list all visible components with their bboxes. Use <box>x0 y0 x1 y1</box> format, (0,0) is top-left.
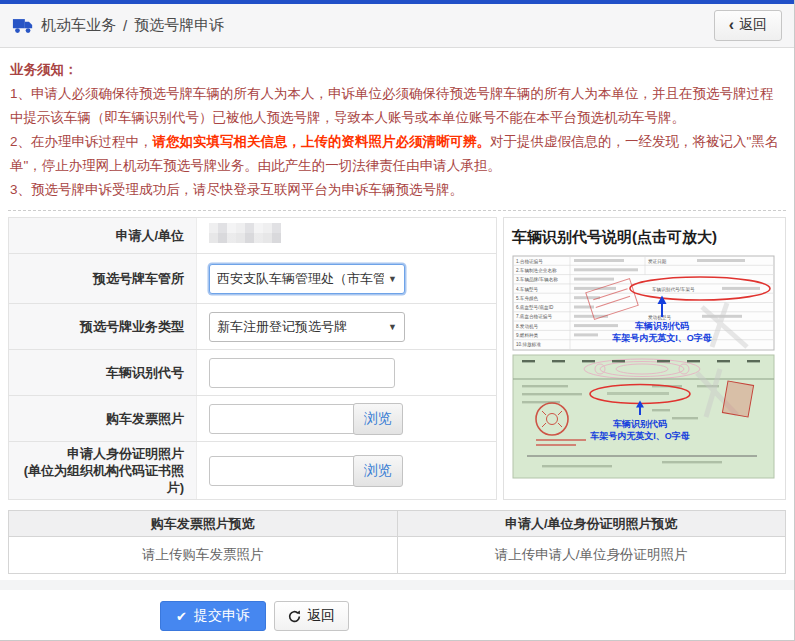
page: 机动车业务 / 预选号牌申诉 ‹ 返回 业务须知： 1、申请人必须确保待预选号牌… <box>0 0 795 641</box>
breadcrumb: 机动车业务 / 预选号牌申诉 <box>12 16 224 35</box>
cert-right-mid-label: 发动机型号 <box>648 314 671 321</box>
return-button-label: 返回 <box>307 607 335 625</box>
notice-line-2: 2、在办理申诉过程中，请您如实填写相关信息，上传的资料照片必须清晰可辨。对于提供… <box>10 130 784 178</box>
vin-value-cell <box>197 350 496 395</box>
submit-appeal-label: 提交申诉 <box>194 607 250 625</box>
vin-panel-title-text: 车辆识别代号说明 <box>512 228 632 245</box>
svg-text:6.底盘型号/底盘ID: 6.底盘型号/底盘ID <box>516 304 554 311</box>
checkmark-icon: ✔ <box>176 609 187 624</box>
page-header: 机动车业务 / 预选号牌申诉 ‹ 返回 <box>0 4 794 48</box>
biztype-value-cell: 新车注册登记预选号牌 ▼ <box>197 304 496 349</box>
svg-text:5.车身颜色: 5.车身颜色 <box>516 296 539 301</box>
vin-panel-title: 车辆识别代号说明(点击可放大) <box>512 228 777 247</box>
applicant-value-cell <box>197 218 496 253</box>
office-label: 预选号牌车管所 <box>9 254 197 303</box>
dropdown-arrow-icon: ▼ <box>388 274 397 284</box>
svg-text:8.发动机号: 8.发动机号 <box>516 323 539 329</box>
vin-annotation-line2: 车架号内无英文I、O字母 <box>611 332 712 343</box>
invoice-file-input[interactable] <box>209 404 355 434</box>
business-notice: 业务须知： 1、申请人必须确保待预选号牌车辆的所有人为本人，申诉单位必须确保待预… <box>8 48 786 211</box>
id-photo-label-main: 申请人身份证明照片 <box>67 445 184 462</box>
svg-text:4.车辆型号: 4.车辆型号 <box>516 286 539 293</box>
notice-line-1: 1、申请人必须确保待预选号牌车辆的所有人为本人，申诉单位必须确保待预选号牌车辆的… <box>10 82 784 130</box>
preview-header-id: 申请人/单位身份证明照片预览 <box>398 511 786 536</box>
back-button-top[interactable]: ‹ 返回 <box>714 10 782 41</box>
dropdown-arrow-icon: ▼ <box>388 322 397 332</box>
notice-line-3: 3、预选号牌申诉受理成功后，请尽快登录互联网平台为申诉车辆预选号牌。 <box>10 178 784 202</box>
invoice-browse-button[interactable]: 浏览 <box>353 403 403 435</box>
cert-right-top-label: 发证日期 <box>648 258 667 265</box>
back-arrow-icon: ‹ <box>729 19 734 31</box>
return-button[interactable]: 返回 <box>274 601 349 631</box>
vin-row: 车辆识别代号 <box>9 350 496 396</box>
vin-illustration[interactable]: 1.合格证编号2.车辆制造企业名称3.车辆品牌/车辆名称4.车辆型号5.车身颜色… <box>512 255 777 481</box>
vin-panel-title-hint: (点击可放大) <box>632 228 717 245</box>
preview-cell-invoice: 请上传购车发票照片 <box>9 537 398 573</box>
submit-appeal-button[interactable]: ✔ 提交申诉 <box>160 601 266 631</box>
notice-title: 业务须知： <box>10 58 784 82</box>
applicant-row: 申请人/单位 <box>9 218 496 254</box>
vin-annotation2-line1: 车辆识别代码 <box>612 418 667 429</box>
invoice-photo-row: 购车发票照片 浏览 <box>9 396 496 442</box>
vin-label: 车辆识别代号 <box>9 350 197 395</box>
vin-input[interactable] <box>209 358 395 388</box>
main-content: 业务须知： 1、申请人必须确保待预选号牌车辆的所有人为本人，申诉单位必须确保待预… <box>0 48 794 580</box>
preview-header-invoice: 购车发票照片预览 <box>9 511 398 536</box>
notice-line-2-prefix: 2、在办理申诉过程中， <box>10 134 153 149</box>
vin-explanation-panel: 车辆识别代号说明(点击可放大) 1.合格证编号2.车辆制造企业名称3.车辆品牌/… <box>503 217 786 500</box>
vin-annotation-line1: 车辆识别代码 <box>634 320 689 331</box>
svg-text:10.排放标准: 10.排放标准 <box>516 341 541 348</box>
office-row: 预选号牌车管所 西安支队车辆管理处（市车管所） ▼ <box>9 254 496 304</box>
vin-annotation2-line2: 车架号内无英文I、O字母 <box>589 430 690 441</box>
breadcrumb-section: 机动车业务 <box>41 16 116 35</box>
biztype-label: 预选号牌业务类型 <box>9 304 197 349</box>
office-select[interactable]: 西安支队车辆管理处（市车管所） ▼ <box>209 264 405 294</box>
office-value-cell: 西安支队车辆管理处（市车管所） ▼ <box>197 254 496 303</box>
id-photo-row: 申请人身份证明照片 (单位为组织机构代码证书照片) 浏览 <box>9 442 496 500</box>
biztype-row: 预选号牌业务类型 新车注册登记预选号牌 ▼ <box>9 304 496 350</box>
invoice-file-group: 浏览 <box>209 403 403 435</box>
preview-data-row: 请上传购车发票照片 请上传申请人/单位身份证明照片 <box>9 537 785 573</box>
id-photo-cell: 浏览 <box>197 442 496 499</box>
spacer <box>0 580 794 590</box>
truck-icon <box>12 17 34 34</box>
refresh-icon <box>288 610 301 623</box>
biztype-select[interactable]: 新车注册登记预选号牌 ▼ <box>209 312 405 342</box>
back-button-label: 返回 <box>739 16 767 34</box>
preview-header-row: 购车发票照片预览 申请人/单位身份证明照片预览 <box>9 511 785 537</box>
biztype-select-value: 新车注册登记预选号牌 <box>217 318 384 336</box>
id-photo-label: 申请人身份证明照片 (单位为组织机构代码证书照片) <box>9 442 197 499</box>
notice-line-2-emphasis: 请您如实填写相关信息，上传的资料照片必须清晰可辨。 <box>153 134 491 149</box>
redacted-applicant-value <box>209 223 281 243</box>
svg-text:9.燃料种类: 9.燃料种类 <box>516 332 539 338</box>
office-select-value: 西安支队车辆管理处（市车管所） <box>217 270 384 288</box>
id-browse-button[interactable]: 浏览 <box>353 455 403 487</box>
preview-cell-id: 请上传申请人/单位身份证明照片 <box>398 537 786 573</box>
id-photo-label-sub: (单位为组织机构代码证书照片) <box>13 462 184 496</box>
form-section: 申请人/单位 预选号牌车管所 西安支队车辆管理处（市车管所） ▼ <box>8 211 786 500</box>
breadcrumb-separator: / <box>123 17 127 34</box>
footer-actions: ✔ 提交申诉 返回 <box>0 590 794 641</box>
breadcrumb-page: 预选号牌申诉 <box>134 16 224 35</box>
preview-table: 购车发票照片预览 申请人/单位身份证明照片预览 请上传购车发票照片 请上传申请人… <box>8 510 786 574</box>
invoice-photo-label: 购车发票照片 <box>9 396 197 441</box>
invoice-photo-cell: 浏览 <box>197 396 496 441</box>
applicant-label: 申请人/单位 <box>9 218 197 253</box>
id-file-group: 浏览 <box>209 455 403 487</box>
appeal-form: 申请人/单位 预选号牌车管所 西安支队车辆管理处（市车管所） ▼ <box>8 217 497 500</box>
id-file-input[interactable] <box>209 456 355 486</box>
